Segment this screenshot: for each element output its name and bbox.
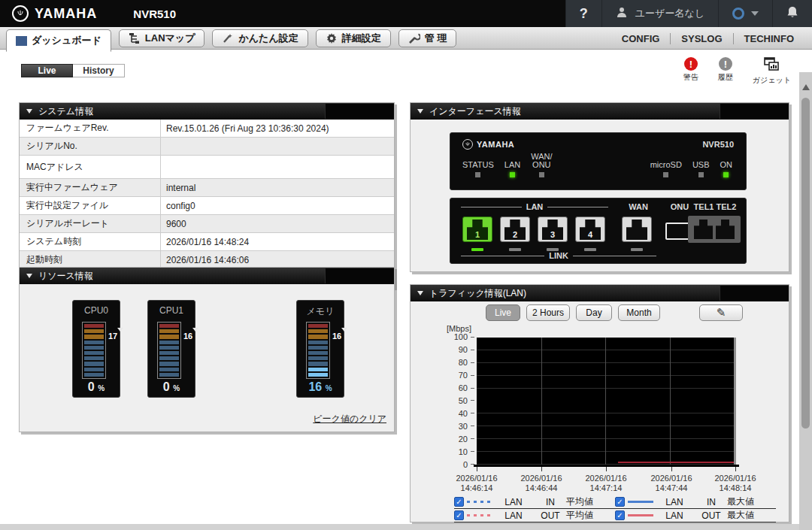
- lan-port-1: 1: [462, 217, 492, 242]
- help-icon: ?: [580, 6, 588, 22]
- cpu0-gauge: CPU0 17 0 %: [72, 300, 120, 398]
- row-value: internal: [161, 179, 394, 196]
- lan-in-avg-checkbox[interactable]: [454, 497, 464, 507]
- tab-advanced-settings[interactable]: 詳細設定: [316, 29, 391, 47]
- tab-label: LANマップ: [145, 32, 195, 45]
- quick-icons: ! 警告 ! 履歴 ガジェット: [683, 57, 791, 86]
- edit-graph-button[interactable]: ✎: [699, 304, 743, 321]
- range-2hours-button[interactable]: 2 Hours: [526, 304, 570, 321]
- gauge-bar: [82, 322, 106, 379]
- help-button[interactable]: ?: [565, 0, 601, 27]
- table-row: シリアルボーレート9600: [20, 215, 394, 233]
- row-value: 2026/01/16 14:46:06: [161, 251, 394, 268]
- wan-label: WAN: [620, 202, 656, 211]
- tab-dashboard[interactable]: ダッシュボード: [6, 29, 111, 52]
- panel-title: トラフィック情報(LAN): [429, 287, 526, 300]
- y-axis-dashes: [471, 337, 474, 465]
- status-dropdown[interactable]: [718, 0, 772, 27]
- lan-in-max-line-sample: [628, 501, 653, 503]
- clear-peak-link[interactable]: ピーク値のクリア: [313, 413, 386, 426]
- panel-title: インターフェース情報: [429, 105, 521, 118]
- header-block: [325, 104, 394, 119]
- lan-map-tree-icon: [129, 33, 141, 44]
- tab-easy-setup[interactable]: かんたん設定: [212, 29, 308, 47]
- traffic-info-panel: トラフィック情報(LAN) Live 2 Hours Day Month ✎ […: [410, 284, 789, 522]
- range-live-button[interactable]: Live: [486, 304, 520, 321]
- scrollbar-thumb[interactable]: [801, 98, 810, 429]
- table-row: 実行中設定ファイルconfig0: [20, 197, 394, 215]
- dashboard-content: Live History ! 警告 ! 履歴 ガジェット システ: [0, 50, 812, 530]
- vertical-scrollbar[interactable]: [799, 72, 812, 530]
- traffic-legend: LAN IN 平均値 LAN IN 最大値: [454, 495, 776, 522]
- live-tab[interactable]: Live: [21, 64, 73, 77]
- table-row: ファームウェアRev.Rev.15.01.26 (Fri Aug 23 10:3…: [20, 120, 394, 138]
- power-led: [723, 172, 729, 177]
- traffic-chart-plot: [477, 338, 736, 465]
- lan-out-max-line: [618, 462, 734, 463]
- history-tab[interactable]: History: [73, 64, 125, 77]
- header-block: [720, 286, 789, 301]
- system-info-header[interactable]: システム情報: [20, 103, 394, 120]
- tab-lan-map[interactable]: LANマップ: [119, 29, 205, 47]
- gauge-bar: [157, 322, 181, 379]
- lan-port-4: 4: [575, 217, 605, 242]
- wan-onu-led: [539, 172, 544, 177]
- row-value: [161, 156, 394, 178]
- tab-label: 詳細設定: [342, 32, 381, 45]
- lan-out-max-checkbox[interactable]: [615, 510, 625, 520]
- row-label: 実行中設定ファイル: [20, 197, 161, 214]
- gauge-percent: 0 %: [73, 380, 120, 394]
- peak-marker: 17: [108, 332, 120, 341]
- traffic-info-header[interactable]: トラフィック情報(LAN): [411, 285, 789, 301]
- row-label: 実行中ファームウェア: [20, 179, 161, 196]
- gadget-label: ガジェット: [753, 75, 791, 86]
- gauge-title: CPU0: [73, 305, 120, 316]
- front-brand: YAMAHA: [477, 140, 514, 149]
- peak-marker: 16: [332, 332, 344, 341]
- techinfo-link[interactable]: TECHINFO: [733, 33, 804, 44]
- top-bar: YAMAHA NVR510 ? ユーザー名なし: [0, 0, 812, 27]
- tel2-port: [716, 220, 735, 239]
- x-axis-label: 2026/01/1614:46:44: [509, 474, 574, 493]
- interface-info-header[interactable]: インターフェース情報: [411, 103, 789, 120]
- header-block: [325, 268, 394, 283]
- memory-gauge: メモリ 16 16 %: [296, 300, 344, 398]
- brand: YAMAHA: [0, 5, 97, 22]
- resource-info-header[interactable]: リソース情報: [20, 268, 394, 284]
- row-label: シリアルNo.: [20, 138, 161, 155]
- bell-icon: [786, 6, 798, 22]
- main-tabs: ダッシュボード LANマップ かんたん設定 詳細設定: [6, 29, 456, 52]
- tel-label: TEL1 TEL2: [688, 202, 742, 211]
- collapse-icon: [417, 109, 423, 114]
- row-label: システム時刻: [20, 233, 161, 250]
- config-link[interactable]: CONFIG: [611, 33, 671, 44]
- warning-button[interactable]: ! 警告: [683, 57, 698, 86]
- history-label: 履歴: [718, 72, 733, 83]
- system-info-table: ファームウェアRev.Rev.15.01.26 (Fri Aug 23 10:3…: [20, 120, 394, 287]
- lan-out-max-line-sample: [628, 514, 653, 516]
- led-wan-onu: WAN/ONU: [531, 153, 552, 177]
- x-axis-label: 2026/01/1614:46:14: [444, 474, 509, 493]
- range-month-button[interactable]: Month: [618, 304, 660, 321]
- range-day-button[interactable]: Day: [576, 304, 612, 321]
- table-row: シリアルNo.: [20, 138, 394, 156]
- lan-out-avg-checkbox[interactable]: [454, 510, 464, 520]
- interface-info-panel: インターフェース情報 YAMAHA NVR510 STATUS LAN WAN/…: [410, 102, 789, 272]
- row-value: Rev.15.01.26 (Fri Aug 23 10:36:30 2024): [161, 120, 394, 137]
- syslog-link[interactable]: SYSLOG: [670, 33, 732, 44]
- live-history-toggle: Live History: [21, 64, 125, 77]
- gadget-icon: [764, 57, 779, 74]
- legend-row-in: LAN IN 平均値 LAN IN 最大値: [454, 495, 776, 509]
- cpu1-gauge: CPU1 16 0 %: [147, 300, 195, 398]
- user-menu[interactable]: ユーザー名なし: [601, 0, 718, 27]
- history-log-button[interactable]: ! 履歴: [718, 57, 733, 86]
- gadget-button[interactable]: ガジェット: [753, 57, 791, 86]
- panel-title: リソース情報: [38, 270, 93, 283]
- row-label: 起動時刻: [20, 251, 161, 268]
- notification-button[interactable]: [772, 0, 812, 27]
- tab-management[interactable]: 管 理: [398, 29, 457, 47]
- table-row: 実行中ファームウェアinternal: [20, 179, 394, 197]
- scrollbar-up-arrow[interactable]: [799, 81, 812, 93]
- lan-in-max-checkbox[interactable]: [615, 497, 625, 507]
- row-value: [161, 138, 394, 155]
